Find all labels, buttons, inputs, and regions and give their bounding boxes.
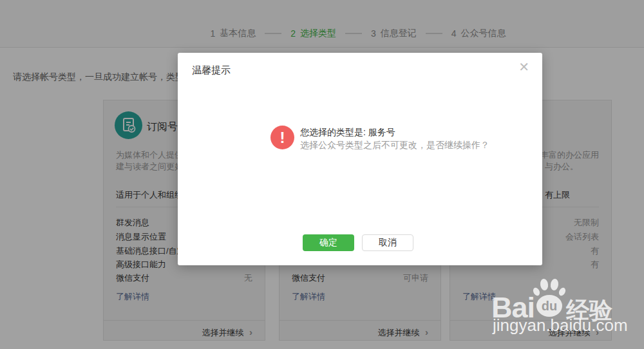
- dialog-message-primary: 您选择的类型是: 服务号: [300, 127, 395, 138]
- alert-exclamation-icon: !: [270, 126, 294, 149]
- dialog-title: 温馨提示: [192, 64, 231, 77]
- screen: 1 基本信息 2 选择类型 3 信息登记 4 公众号信息 请选择帐号类型，一旦成…: [0, 0, 644, 349]
- close-icon[interactable]: ✕: [518, 61, 529, 73]
- baidu-watermark-url: jingyan.baidu.com: [493, 316, 628, 335]
- confirm-button[interactable]: 确定: [303, 234, 354, 251]
- baidu-watermark-du: du: [542, 299, 557, 313]
- cancel-button[interactable]: 取消: [362, 234, 413, 251]
- confirm-dialog: 温馨提示 ✕ ! 您选择的类型是: 服务号 选择公众号类型之后不可更改，是否继续…: [178, 53, 542, 265]
- baidu-paw-icon: du: [533, 278, 566, 321]
- dialog-message-secondary: 选择公众号类型之后不可更改，是否继续操作？: [300, 140, 489, 151]
